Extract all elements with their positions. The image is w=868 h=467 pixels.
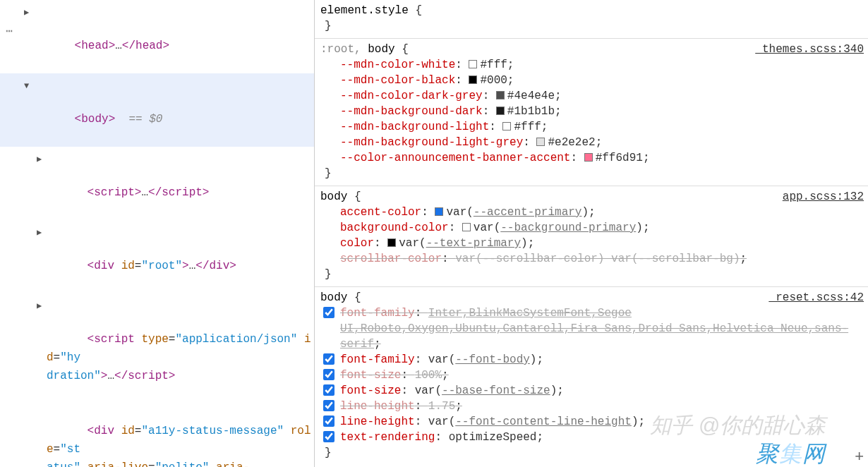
css-declaration[interactable]: --mdn-color-white: #fff; — [320, 57, 862, 73]
css-declaration[interactable]: text-rendering: optimizeSpeed; — [320, 430, 862, 445]
css-declaration[interactable]: --mdn-background-light: #fff; — [320, 119, 862, 135]
expand-arrow-icon[interactable]: ▶ — [24, 4, 29, 22]
selector-root-body[interactable]: :root, body — [320, 43, 395, 56]
rule-body-app[interactable]: app.scss:132 body { accent-color: var(--… — [315, 186, 868, 287]
add-rule-icon[interactable]: + — [855, 449, 864, 464]
css-declaration[interactable]: --mdn-background-dark: #1b1b1b; — [320, 104, 862, 119]
property-toggle-checkbox[interactable] — [323, 353, 334, 365]
color-swatch-icon[interactable] — [469, 75, 477, 84]
property-toggle-checkbox[interactable] — [323, 416, 334, 427]
color-swatch-icon[interactable] — [496, 91, 505, 99]
property-toggle-checkbox[interactable] — [323, 400, 334, 411]
source-link-app[interactable]: app.scss:132 — [783, 189, 864, 205]
css-declaration[interactable]: font-size: 100%; — [320, 368, 862, 383]
property-toggle-checkbox[interactable] — [323, 384, 334, 396]
css-declaration[interactable]: --mdn-color-black: #000; — [320, 73, 862, 88]
dom-node-root-div[interactable]: ▶ <div id="root">…</div> — [0, 220, 314, 293]
css-declaration[interactable]: line-height: var(--font-content-line-hei… — [320, 414, 862, 430]
property-toggle-checkbox[interactable] — [323, 369, 334, 380]
css-declaration[interactable]: font-family: Inter,BlinkMacSystemFont,Se… — [320, 305, 862, 352]
color-swatch-icon[interactable] — [469, 60, 477, 68]
css-declaration[interactable]: --mdn-background-light-grey: #e2e2e2; — [320, 135, 862, 150]
rule-body-reset[interactable]: _reset.scss:42 body { font-family: Inter… — [315, 287, 868, 465]
color-swatch-icon[interactable] — [435, 207, 443, 216]
expand-arrow-icon[interactable]: ▶ — [37, 224, 42, 242]
color-swatch-icon[interactable] — [462, 223, 471, 231]
rule-element-style[interactable]: element.style { } — [315, 0, 868, 39]
dom-node-body-selected[interactable]: ▼ <body> == $0 — [0, 73, 314, 147]
dom-node-script[interactable]: ▶ <script>…</script> — [0, 147, 314, 220]
property-toggle-checkbox[interactable] — [323, 431, 334, 442]
color-swatch-icon[interactable] — [502, 122, 511, 131]
collapse-arrow-icon[interactable]: ▼ — [24, 77, 29, 95]
color-swatch-icon[interactable] — [387, 238, 396, 247]
property-toggle-checkbox[interactable] — [323, 307, 334, 318]
expand-arrow-icon[interactable]: ▶ — [37, 297, 42, 315]
dom-node-a11y-div[interactable]: <div id="a11y-status-message" role="stat… — [0, 404, 314, 467]
color-swatch-icon[interactable] — [536, 138, 545, 146]
expand-arrow-icon[interactable]: ▶ — [37, 150, 42, 169]
css-declaration[interactable]: font-family: var(--font-body); — [320, 352, 862, 368]
css-declaration[interactable]: scrollbar-color: var(--scrollbar-color) … — [320, 251, 862, 267]
css-declaration[interactable]: color: var(--text-primary); — [320, 236, 862, 251]
css-declaration[interactable]: line-height: 1.75; — [320, 399, 862, 414]
color-swatch-icon[interactable] — [584, 153, 593, 162]
css-declaration[interactable]: font-size: var(--base-font-size); — [320, 383, 862, 399]
css-declaration[interactable]: --color-announcement-banner-accent: #ff6… — [320, 150, 862, 166]
dom-node-head[interactable]: ▶ <head>…</head> — [0, 0, 314, 73]
selector-body-app[interactable]: body — [320, 190, 347, 203]
css-declaration[interactable]: accent-color: var(--accent-primary); — [320, 205, 862, 220]
source-link-reset[interactable]: _reset.scss:42 — [769, 290, 864, 305]
color-swatch-icon[interactable] — [496, 107, 505, 115]
css-declaration[interactable]: --mdn-color-dark-grey: #4e4e4e; — [320, 88, 862, 104]
source-link-themes[interactable]: _themes.scss:340 — [755, 42, 864, 57]
elements-panel[interactable]: ⋯ ▶ <head>…</head> ▼ <body> == $0 ▶ <scr… — [0, 0, 315, 467]
rule-root-body[interactable]: _themes.scss:340 :root, body { --mdn-col… — [315, 39, 868, 186]
dom-node-hydration-script[interactable]: ▶ <script type="application/json" id="hy… — [0, 293, 314, 404]
css-declaration[interactable]: background-color: var(--background-prima… — [320, 220, 862, 236]
selector-body-reset[interactable]: body — [320, 291, 347, 304]
styles-panel[interactable]: element.style { } _themes.scss:340 :root… — [315, 0, 868, 467]
selector-element-style[interactable]: element.style — [320, 4, 409, 17]
